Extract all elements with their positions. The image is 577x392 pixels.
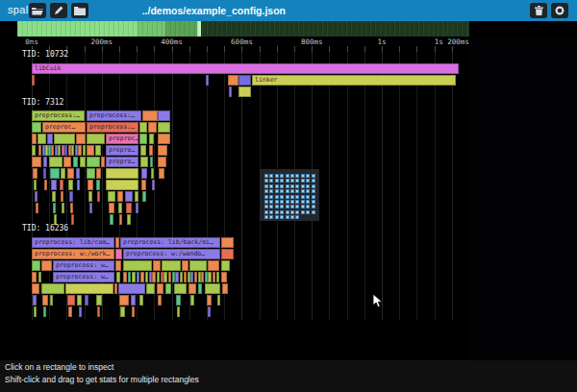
flame-bar[interactable]	[125, 191, 133, 202]
flame-bar[interactable]	[58, 145, 61, 156]
flame-bar[interactable]	[89, 203, 92, 213]
flame-bar[interactable]	[142, 191, 146, 202]
flame-bar[interactable]	[38, 272, 41, 282]
flame-bar[interactable]	[158, 295, 162, 306]
flame-bar[interactable]	[188, 283, 196, 294]
flame-bar[interactable]	[116, 272, 120, 282]
flame-bar[interactable]	[206, 75, 209, 86]
flame-bar[interactable]	[34, 180, 37, 190]
flame-bar[interactable]	[96, 168, 101, 179]
flame-bar[interactable]	[51, 180, 57, 190]
flame-bar[interactable]	[153, 260, 161, 271]
flame-bar[interactable]	[64, 145, 67, 156]
flame-bar[interactable]	[158, 122, 170, 133]
flame-bar[interactable]	[162, 260, 181, 271]
flame-bar[interactable]	[67, 168, 74, 179]
flame-bar[interactable]	[140, 145, 146, 156]
flame-bar[interactable]	[139, 295, 143, 306]
flame-bar[interactable]	[117, 191, 123, 202]
flame-bar[interactable]	[168, 272, 171, 282]
flame-bar[interactable]	[190, 272, 193, 282]
flame-bar[interactable]	[205, 283, 220, 294]
flame-bar[interactable]	[106, 180, 138, 190]
flame-bar[interactable]	[87, 145, 94, 156]
flame-bar[interactable]	[132, 272, 136, 282]
flame-bar[interactable]	[221, 260, 230, 271]
flame-bar[interactable]	[85, 295, 88, 306]
flame-bar[interactable]	[101, 157, 105, 167]
flame-bar[interactable]	[88, 180, 93, 190]
flame-bar[interactable]: linker	[252, 75, 456, 86]
flame-bar[interactable]	[96, 180, 100, 190]
flame-bar[interactable]	[238, 86, 251, 97]
flame-bar[interactable]	[32, 260, 40, 271]
flame-bar[interactable]	[35, 191, 38, 202]
flame-bar[interactable]	[106, 168, 138, 179]
flame-bar[interactable]	[62, 203, 64, 213]
flame-bar[interactable]	[157, 272, 160, 282]
flame-bar[interactable]	[228, 75, 238, 86]
flame-bar[interactable]	[139, 122, 147, 133]
flame-bar[interactable]	[213, 272, 215, 282]
flame-bar[interactable]	[208, 306, 211, 317]
flame-bar[interactable]	[137, 272, 139, 282]
flame-bar[interactable]	[141, 168, 147, 179]
flame-bar[interactable]	[68, 306, 72, 317]
flame-bar[interactable]: preproc…	[106, 134, 138, 144]
flame-bar[interactable]	[180, 272, 183, 282]
flame-bar[interactable]	[38, 134, 46, 144]
flame-bar[interactable]	[208, 260, 219, 271]
flame-bar[interactable]	[53, 203, 56, 213]
flame-bar[interactable]	[34, 306, 37, 317]
flame-bar[interactable]: preproc…	[42, 122, 86, 133]
flame-bar[interactable]	[201, 272, 204, 282]
flame-bar[interactable]	[97, 191, 100, 202]
flame-bar[interactable]	[43, 168, 46, 179]
flame-bar[interactable]: preprocess: w…	[53, 272, 114, 282]
flame-bar[interactable]	[165, 283, 171, 294]
flame-bar[interactable]	[76, 134, 86, 144]
flame-bar[interactable]	[114, 283, 117, 294]
flame-bar[interactable]	[152, 180, 155, 190]
flame-bar[interactable]	[174, 283, 187, 294]
flame-bar[interactable]	[41, 260, 52, 271]
flame-bar[interactable]: preprocess:…	[87, 110, 141, 121]
flame-bar[interactable]	[32, 134, 37, 144]
flame-bar[interactable]	[115, 249, 122, 259]
flame-bar[interactable]	[70, 203, 73, 213]
flame-bar[interactable]	[126, 203, 132, 213]
flame-bar[interactable]	[127, 214, 131, 225]
flame-bar[interactable]	[221, 272, 227, 282]
flame-bar[interactable]	[95, 145, 101, 156]
flame-bar[interactable]	[88, 191, 92, 202]
flame-bar[interactable]	[182, 260, 188, 271]
flame-bar[interactable]	[198, 283, 202, 294]
flame-bar[interactable]	[132, 306, 135, 317]
flame-bar[interactable]	[52, 191, 56, 202]
flame-bar[interactable]	[157, 283, 163, 294]
flame-bar[interactable]	[78, 145, 82, 156]
flame-bar[interactable]	[76, 168, 80, 179]
flame-bar[interactable]	[77, 180, 80, 190]
flame-bar[interactable]	[123, 260, 152, 271]
flame-bar[interactable]	[60, 180, 63, 190]
flame-bar[interactable]	[177, 306, 180, 317]
flame-bar[interactable]	[207, 295, 212, 306]
flame-bar[interactable]	[158, 145, 167, 156]
flame-bar[interactable]	[50, 295, 53, 306]
flame-bar[interactable]	[217, 295, 220, 306]
flame-bar[interactable]	[109, 203, 114, 213]
flame-bar[interactable]	[87, 157, 100, 167]
flame-bar[interactable]	[194, 272, 197, 282]
flame-bar[interactable]: preprocess: lib/back/mi…	[120, 237, 220, 248]
flame-bar[interactable]	[131, 295, 136, 306]
flame-bar[interactable]	[32, 122, 41, 133]
flame-bar[interactable]	[42, 295, 48, 306]
flame-bar[interactable]	[152, 272, 156, 282]
flame-bar[interactable]	[142, 110, 158, 121]
flame-bar[interactable]	[221, 237, 234, 248]
flame-bar[interactable]	[159, 168, 164, 179]
flame-bar[interactable]	[119, 214, 122, 225]
flame-bar[interactable]	[44, 180, 47, 190]
flame-bar[interactable]	[43, 306, 46, 317]
